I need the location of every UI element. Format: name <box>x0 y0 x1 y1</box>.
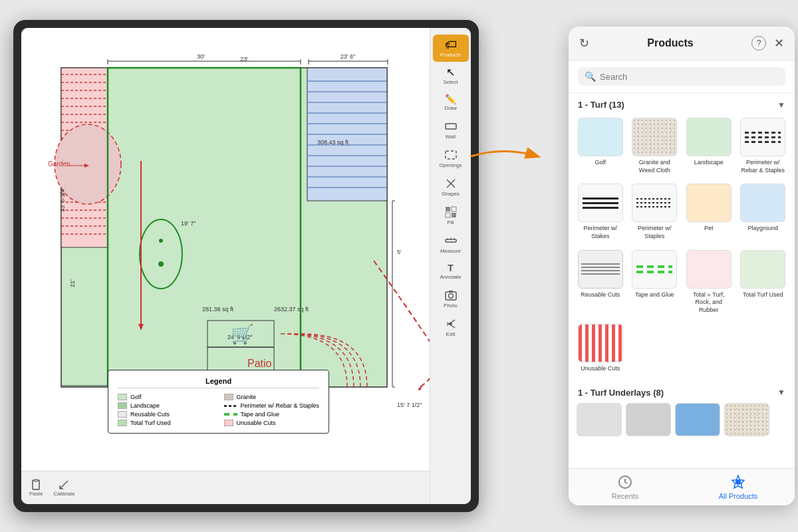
paste-label: Paste <box>29 491 43 497</box>
svg-text:23': 23' <box>240 56 248 63</box>
products-icon: 🏷 <box>445 39 457 51</box>
legend-item-landscape: Landscape <box>118 402 213 409</box>
product-tape-glue[interactable]: Tape and Glue <box>630 247 680 317</box>
close-button[interactable]: ✕ <box>774 36 784 51</box>
total-turf-name: Total Turf Used <box>743 291 783 299</box>
bottom-toolbar: Paste Calibrate <box>21 471 430 504</box>
tool-wall[interactable]: Wall <box>433 116 469 144</box>
underlay-2-thumb[interactable] <box>626 403 671 436</box>
product-reusable[interactable]: Reusable Cuts <box>575 247 626 317</box>
legend-item-perim-rebar: Perimeter w/ Rebar & Staples <box>224 402 320 409</box>
tools-sidebar: 🏷 Products ↖ Select ✏️ Draw Wall Opening… <box>430 28 471 504</box>
perimeter-stakes-name: Perimeter w/ Stakes <box>577 225 624 240</box>
recents-tab[interactable]: Recents <box>569 469 682 505</box>
tool-annotate[interactable]: T Annotate <box>433 259 469 284</box>
tool-products-label: Products <box>440 52 462 58</box>
help-button[interactable]: ? <box>751 36 766 51</box>
svg-line-93 <box>60 481 68 489</box>
tool-edit[interactable]: Edit <box>433 314 469 341</box>
header-actions: ? ✕ <box>751 36 784 51</box>
granite-thumb <box>632 118 677 156</box>
total-rock-thumb <box>686 250 732 289</box>
panel-title: Products <box>647 37 693 49</box>
product-perimeter-rebar[interactable]: Perimeter w/ Rebar & Staples <box>738 115 789 177</box>
product-granite-weed[interactable]: Granite and Weed Cloth <box>630 115 680 177</box>
svg-line-99 <box>625 482 627 483</box>
product-perimeter-stakes[interactable]: Perimeter w/ Stakes <box>575 181 626 243</box>
pet-name: Pet <box>704 225 714 233</box>
product-unusable[interactable]: Unusable Cuts <box>575 321 626 376</box>
wall-icon <box>445 120 457 132</box>
product-total-turf[interactable]: Total Turf Used <box>738 247 789 317</box>
tool-fill[interactable]: Fill <box>433 202 469 229</box>
perimeter-rebar-name: Perimeter w/ Rebar & Staples <box>739 159 787 174</box>
tool-fill-label: Fill <box>447 219 454 225</box>
svg-rect-87 <box>449 291 453 292</box>
tool-shapes[interactable]: Shapes <box>433 174 469 201</box>
product-landscape[interactable]: Landscape <box>684 115 734 177</box>
svg-rect-77 <box>446 207 450 211</box>
section2-title: 1 - Turf Underlays (8) <box>578 388 664 398</box>
paste-tool[interactable]: Paste <box>29 479 43 497</box>
tool-draw-label: Draw <box>444 105 457 111</box>
underlay-4-thumb[interactable] <box>724 403 769 436</box>
product-golf[interactable]: Golf <box>575 115 626 177</box>
svg-rect-92 <box>34 479 38 481</box>
tool-products[interactable]: 🏷 Products <box>433 35 469 62</box>
tool-draw[interactable]: ✏️ Draw <box>433 90 469 115</box>
chevron-down-icon: ▼ <box>777 100 785 110</box>
svg-rect-81 <box>446 239 456 242</box>
pet-thumb <box>686 184 732 222</box>
legend-item-golf: Golf <box>118 394 213 400</box>
calibrate-label: Calibrate <box>53 491 74 497</box>
product-total-rock[interactable]: Total = Turf, Rock, and Rubber <box>684 247 734 317</box>
product-playground[interactable]: Playground <box>738 181 789 243</box>
panel-footer: Recents All Products <box>569 468 795 505</box>
search-input[interactable] <box>600 72 779 82</box>
refresh-button[interactable]: ↻ <box>579 36 589 51</box>
products-grid: Golf Granite and Weed Cloth Landscape <box>575 115 788 376</box>
section2-header[interactable]: 1 - Turf Underlays (8) ▼ <box>575 381 788 403</box>
svg-text:2632.37 sq ft: 2632.37 sq ft <box>274 306 309 313</box>
svg-text:281.38 sq ft: 281.38 sq ft <box>202 306 234 313</box>
svg-text:Garden: Garden <box>48 160 70 168</box>
paste-icon <box>30 479 42 491</box>
all-products-label: All Products <box>719 492 758 500</box>
all-products-tab[interactable]: All Products <box>682 469 795 505</box>
chevron-down-icon-2: ▼ <box>777 388 785 397</box>
legend-item-total-turf: Total Turf Used <box>118 420 213 426</box>
playground-name: Playground <box>747 225 778 233</box>
section1-header[interactable]: 1 - Turf (13) ▼ <box>575 93 788 115</box>
tool-select[interactable]: ↖ Select <box>433 63 469 89</box>
svg-rect-73 <box>446 124 456 129</box>
granite-name: Granite and Weed Cloth <box>631 159 679 174</box>
underlay-1-thumb[interactable] <box>577 403 622 436</box>
tape-thumb <box>632 250 677 289</box>
product-pet[interactable]: Pet <box>684 181 734 243</box>
measure-icon <box>445 235 457 247</box>
tool-measure-label: Measure <box>440 248 461 254</box>
products-panel: ↻ Products ? ✕ 🔍 1 - Turf (13) ▼ Golf <box>569 27 795 505</box>
svg-text:Patio: Patio <box>247 358 272 369</box>
tool-openings[interactable]: Openings <box>433 145 469 172</box>
floor-plan-canvas: Garden Patio 281.38 sq ft 2632.37 sq ft <box>21 28 430 471</box>
svg-text:21': 21' <box>69 279 76 287</box>
product-perimeter-staples[interactable]: Perimeter w/ Staples <box>630 181 680 243</box>
unusable-thumb <box>578 324 623 362</box>
tool-measure[interactable]: Measure <box>433 231 469 258</box>
all-products-icon <box>730 474 746 490</box>
tool-photo-label: Photo <box>444 303 458 309</box>
golf-name: Golf <box>595 159 606 167</box>
draw-icon: ✏️ <box>445 94 456 104</box>
calibrate-tool[interactable]: Calibrate <box>53 479 74 497</box>
underlay-3-thumb[interactable] <box>675 403 720 436</box>
perimeter-rebar-thumb <box>740 118 785 156</box>
svg-text:🛒: 🛒 <box>231 323 254 345</box>
tool-photo[interactable]: Photo <box>433 285 469 313</box>
calibrate-icon <box>58 479 70 491</box>
tool-edit-label: Edit <box>446 331 456 337</box>
total-rock-name: Total = Turf, Rock, and Rubber <box>685 291 733 315</box>
svg-point-86 <box>448 294 453 299</box>
recents-label: Recents <box>612 492 638 500</box>
legend-item-granite: Granite <box>224 394 320 400</box>
